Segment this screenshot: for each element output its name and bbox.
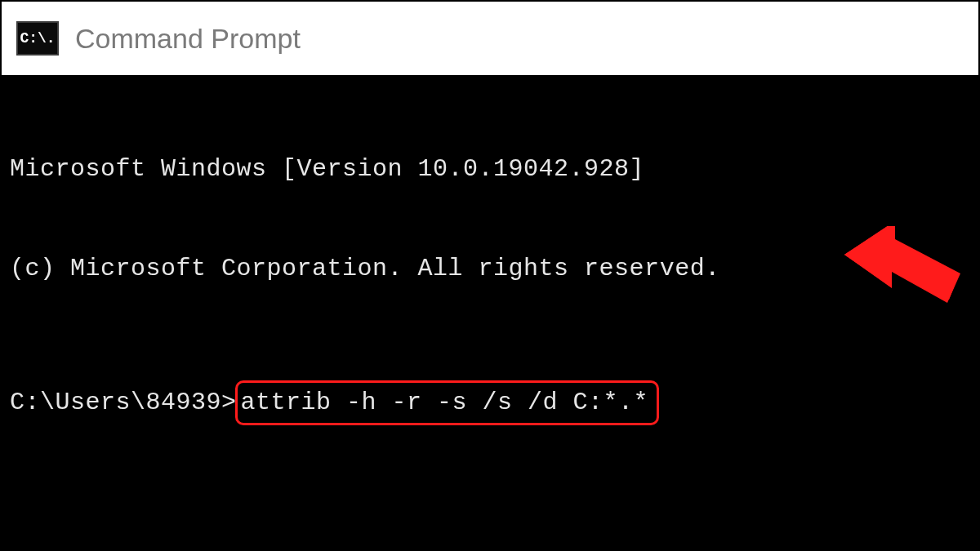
command-prompt-icon-text: C:\.	[20, 31, 55, 46]
banner-line-2: (c) Microsoft Corporation. All rights re…	[10, 252, 970, 286]
terminal-area[interactable]: Microsoft Windows [Version 10.0.19042.92…	[2, 75, 978, 549]
titlebar[interactable]: C:\. Command Prompt	[2, 2, 978, 75]
prompt-path: C:\Users\84939>	[10, 389, 237, 416]
prompt-row: C:\Users\84939>attrib -h -r -s /s /d C:*…	[10, 380, 970, 425]
banner-line-1: Microsoft Windows [Version 10.0.19042.92…	[10, 153, 970, 186]
command-prompt-icon: C:\.	[16, 21, 59, 56]
window-frame: C:\. Command Prompt Microsoft Windows [V…	[0, 0, 980, 551]
typed-command[interactable]: attrib -h -r -s /s /d C:*.*	[241, 389, 649, 416]
command-highlight-box: attrib -h -r -s /s /d C:*.*	[235, 380, 660, 425]
window-title: Command Prompt	[75, 23, 301, 55]
